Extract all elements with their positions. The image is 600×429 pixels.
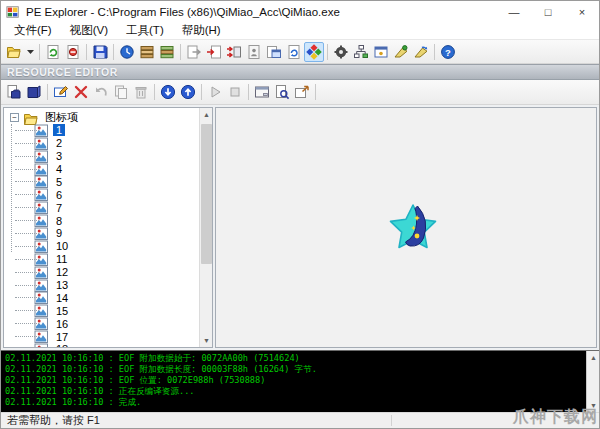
signature-viewer-button[interactable] (371, 42, 391, 62)
tree-item-13[interactable]: 13 (8, 279, 212, 292)
tree-item-10[interactable]: 10 (8, 240, 212, 253)
tree-item-label[interactable]: 13 (53, 279, 71, 291)
help-button[interactable]: ? (438, 42, 458, 62)
tree-item-label[interactable]: 18 (53, 343, 71, 348)
export-resource-button[interactable] (178, 82, 198, 102)
tree-item-9[interactable]: 9 (8, 227, 212, 240)
menu-help[interactable]: 帮助(H) (173, 22, 230, 39)
tree-item-label[interactable]: 16 (53, 318, 71, 330)
debug-info-viewer-button[interactable] (284, 42, 304, 62)
console-scroll-up[interactable]: ▲ (587, 351, 599, 364)
tree-item-label[interactable]: 17 (53, 331, 71, 343)
tree-scroll-thumb[interactable] (201, 124, 212, 264)
maximize-button[interactable]: □ (531, 1, 565, 22)
toolbar-separator (113, 44, 114, 60)
dialog-preview-button[interactable] (252, 82, 272, 102)
save-file-button[interactable] (90, 42, 110, 62)
window-title: PE Explorer - C:\Program Files (x86)\QiM… (26, 6, 497, 18)
page-window-icon (266, 44, 282, 60)
tree-item-label[interactable]: 7 (53, 202, 65, 214)
minimize-button[interactable]: — (497, 1, 531, 22)
tree-item-6[interactable]: 6 (8, 188, 212, 201)
tree-item-8[interactable]: 8 (8, 214, 212, 227)
tree-item-1[interactable]: 1 (8, 124, 212, 137)
tree-scroll-down[interactable]: ▼ (200, 334, 213, 347)
save-all-resources-button[interactable] (24, 82, 44, 102)
resource-editor-header: RESOURCE EDITOR (1, 64, 599, 80)
import-viewer-button[interactable] (204, 42, 224, 62)
export-viewer-button[interactable] (184, 42, 204, 62)
tree-item-17[interactable]: 17 (8, 330, 212, 343)
disassembler-button[interactable] (331, 42, 351, 62)
open-file-dropdown[interactable] (24, 42, 36, 62)
tree-item-16[interactable]: 16 (8, 317, 212, 330)
tree-item-label[interactable]: 3 (53, 150, 65, 162)
unpacker-button[interactable] (391, 42, 411, 62)
export-page-icon (186, 44, 202, 60)
tree-item-11[interactable]: 11 (8, 253, 212, 266)
tree-item-label[interactable]: 9 (53, 227, 65, 239)
open-file-button[interactable] (4, 42, 24, 62)
tree-item-label[interactable]: 6 (53, 189, 65, 201)
help-circle-icon: ? (440, 44, 456, 60)
tree-scrollbar[interactable]: ▲ ▼ (199, 108, 212, 347)
edit-resource-button[interactable] (51, 82, 71, 102)
tree-item-label[interactable]: 2 (53, 137, 65, 149)
tree-scroll-up[interactable]: ▲ (200, 108, 213, 121)
tree-item-label[interactable]: 15 (53, 305, 71, 317)
tree-item-7[interactable]: 7 (8, 201, 212, 214)
export-view-button[interactable] (292, 82, 312, 102)
tree-item-2[interactable]: 2 (8, 137, 212, 150)
tree-item-12[interactable]: 12 (8, 266, 212, 279)
tree-item-3[interactable]: 3 (8, 150, 212, 163)
menu-tools[interactable]: 工具(T) (117, 22, 173, 39)
delay-import-viewer-button[interactable] (224, 42, 244, 62)
delete-resource-button[interactable] (71, 82, 91, 102)
tree-item-5[interactable]: 5 (8, 175, 212, 188)
tree-item-15[interactable]: 15 (8, 304, 212, 317)
toolbar-separator (327, 44, 328, 60)
undo-button[interactable] (91, 82, 111, 102)
collapse-icon[interactable]: − (10, 113, 19, 122)
close-file-button[interactable] (63, 42, 83, 62)
save-icon (92, 44, 108, 60)
tree-item-label[interactable]: 8 (53, 215, 65, 227)
menu-file[interactable]: 文件(F) (5, 22, 61, 39)
discard-changes-button[interactable] (131, 82, 151, 102)
name-viewer-button[interactable] (244, 42, 264, 62)
tree-item-label[interactable]: 5 (53, 176, 65, 188)
tree-item-label[interactable]: 4 (53, 163, 65, 175)
tree-item-label[interactable]: 11 (53, 253, 70, 265)
console-scrollbar[interactable]: ▲ ▼ (586, 351, 599, 412)
relocation-viewer-button[interactable] (264, 42, 284, 62)
dependency-scanner-button[interactable] (351, 42, 371, 62)
menu-view[interactable]: 视图(V) (61, 22, 117, 39)
tree-item-14[interactable]: 14 (8, 291, 212, 304)
tree-root-row[interactable]: −图标项 (8, 111, 212, 124)
tree-item-label[interactable]: 14 (53, 292, 71, 304)
copy-resource-button[interactable] (111, 82, 131, 102)
plugin-manager-button[interactable] (411, 42, 431, 62)
tree-item-label[interactable]: 12 (53, 266, 71, 278)
data-directories-button[interactable] (157, 42, 177, 62)
tree-root-label[interactable]: 图标项 (42, 110, 81, 125)
star-moon-icon-preview (386, 201, 440, 258)
import-resource-button[interactable] (158, 82, 178, 102)
tree-item-label[interactable]: 10 (53, 240, 71, 252)
toolbar-separator (315, 84, 316, 100)
resource-viewer-button[interactable] (272, 82, 292, 102)
tree-item-18[interactable]: 18 (8, 343, 212, 348)
save-resource-button[interactable] (4, 82, 24, 102)
res-stop-icon (227, 84, 243, 100)
tree-item-4[interactable]: 4 (8, 163, 212, 176)
tree-item-label[interactable]: 1 (53, 124, 65, 136)
resource-editor-button[interactable] (304, 42, 324, 62)
section-headers-button[interactable] (137, 42, 157, 62)
import-page-icon (206, 44, 222, 60)
play-resource-button[interactable] (205, 82, 225, 102)
folder-open-icon (23, 111, 38, 124)
reload-file-button[interactable] (43, 42, 63, 62)
stop-resource-button[interactable] (225, 82, 245, 102)
headers-info-button[interactable] (117, 42, 137, 62)
close-button[interactable]: × (565, 1, 599, 22)
